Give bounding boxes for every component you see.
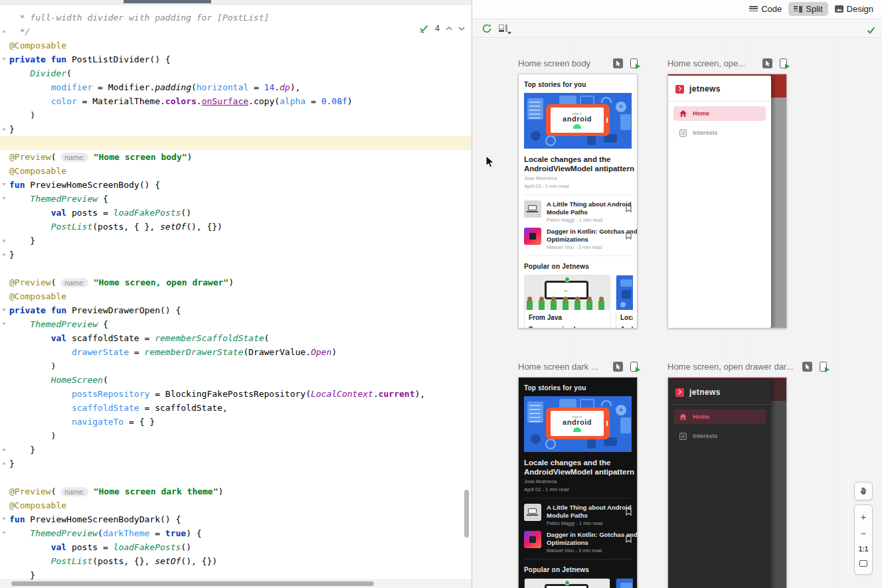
code-line[interactable] bbox=[0, 136, 472, 150]
interactive-preview-icon[interactable] bbox=[802, 362, 812, 372]
code-line[interactable]: @Preview( name: "Home screen dark theme"… bbox=[0, 484, 472, 498]
drawer-item-label: Interests bbox=[693, 129, 718, 136]
zoom-one-to-one-button[interactable]: 1:1 bbox=[859, 546, 868, 553]
interactive-preview-icon[interactable] bbox=[613, 58, 623, 68]
run-preview-on-device-icon[interactable] bbox=[780, 58, 787, 68]
item-title-line2: Module Paths bbox=[547, 208, 620, 216]
fold-marker-icon[interactable] bbox=[2, 462, 6, 465]
code-line[interactable]: } bbox=[0, 457, 472, 471]
fold-marker-icon[interactable] bbox=[2, 127, 6, 130]
interactive-preview-icon[interactable] bbox=[762, 58, 772, 68]
code-line[interactable]: } bbox=[0, 122, 472, 136]
code-line[interactable]: @Composable bbox=[0, 498, 472, 512]
run-preview-on-device-icon[interactable] bbox=[630, 362, 638, 372]
refresh-preview-button[interactable] bbox=[482, 23, 492, 37]
code-line[interactable]: * full-width divider with padding for [P… bbox=[0, 11, 472, 25]
preview-title: Home screen, open drawer dar... bbox=[667, 362, 793, 372]
code-line[interactable]: postsRepository = BlockingFakePostsRepos… bbox=[0, 387, 472, 401]
fold-marker-icon[interactable] bbox=[2, 239, 6, 242]
code-line[interactable]: @Composable bbox=[0, 289, 472, 303]
hero-meta: April 02 - 1 min read bbox=[524, 486, 632, 492]
code-line[interactable]: } bbox=[0, 443, 472, 457]
design-icon bbox=[835, 5, 843, 13]
code-line[interactable]: ) bbox=[0, 108, 472, 122]
code-line[interactable]: @Preview( name: "Home screen, open drawe… bbox=[0, 275, 472, 289]
fold-marker-icon[interactable] bbox=[2, 532, 6, 534]
code-line[interactable]: fun PreviewHomeScreenBodyDark() { bbox=[0, 512, 472, 526]
active-tab-remnant[interactable] bbox=[124, 0, 211, 3]
code-line[interactable]: ThemedPreview { bbox=[0, 192, 472, 206]
code-line[interactable]: drawerState = rememberDrawerState(Drawer… bbox=[0, 345, 472, 359]
code-line[interactable] bbox=[0, 261, 472, 275]
hero-phone-camera bbox=[606, 117, 608, 123]
layout-switcher-button[interactable] bbox=[499, 25, 509, 33]
code-line[interactable]: val posts = loadFakePosts() bbox=[0, 206, 472, 220]
next-highlight-icon[interactable] bbox=[458, 27, 465, 31]
preview-home-screen-open-drawer-dark[interactable]: jetnews Home Interests bbox=[667, 377, 787, 588]
code-line[interactable]: @Composable bbox=[0, 164, 472, 178]
fold-marker-icon[interactable] bbox=[2, 323, 6, 325]
item-title-line2: Optimizations bbox=[547, 236, 620, 244]
code-line[interactable]: } bbox=[0, 248, 472, 261]
code-line[interactable]: fun PreviewHomeScreenBody() { bbox=[0, 178, 472, 192]
view-switcher: Code Split Design bbox=[744, 2, 879, 16]
code-line[interactable]: } bbox=[0, 234, 472, 248]
editor-horizontal-scrollbar[interactable] bbox=[11, 581, 374, 586]
run-preview-on-device-icon[interactable] bbox=[630, 58, 638, 68]
code-line[interactable]: val scaffoldState = rememberScaffoldStat… bbox=[0, 331, 472, 345]
zoom-in-button[interactable]: + bbox=[861, 512, 867, 522]
inspection-widget[interactable]: 4 bbox=[419, 24, 465, 33]
split-icon bbox=[794, 6, 802, 13]
fold-marker-icon[interactable] bbox=[2, 197, 6, 200]
code-line[interactable]: PostList(posts, {}, setOf(), {}) bbox=[0, 554, 472, 568]
view-mode-split[interactable]: Split bbox=[788, 2, 828, 16]
fold-marker-icon[interactable] bbox=[2, 518, 6, 520]
view-mode-design[interactable]: Design bbox=[830, 2, 879, 16]
interactive-preview-icon[interactable] bbox=[613, 362, 623, 372]
preview-canvas[interactable]: Home screen body Top stories for you + n… bbox=[472, 38, 882, 588]
code-line[interactable]: ) bbox=[0, 359, 472, 373]
pan-tool-button[interactable] bbox=[854, 482, 873, 500]
prev-highlight-icon[interactable] bbox=[446, 27, 452, 31]
fold-marker-icon[interactable] bbox=[2, 253, 6, 256]
scrim-column bbox=[770, 76, 786, 328]
preview-home-screen-dark-theme[interactable]: Top stories for you + now in android Loc… bbox=[518, 377, 638, 588]
code-line[interactable]: ThemedPreview(darkTheme = true) { bbox=[0, 526, 472, 540]
code-line[interactable]: } bbox=[0, 568, 472, 579]
run-preview-on-device-icon[interactable] bbox=[820, 362, 827, 372]
popular-card-clipped: Loca Andr Jose Al April 0 bbox=[616, 578, 633, 588]
fold-marker-icon[interactable] bbox=[2, 448, 6, 451]
code-line[interactable]: color = MaterialTheme.colors.onSurface.c… bbox=[0, 94, 472, 108]
navigation-drawer: jetnews Home Interests bbox=[668, 76, 771, 328]
code-line[interactable]: Divider( bbox=[0, 66, 472, 80]
code-line[interactable]: scaffoldState = scaffoldState, bbox=[0, 401, 472, 415]
code-line[interactable]: @Preview( name: "Home screen body") bbox=[0, 150, 472, 164]
code-line[interactable]: ThemedPreview { bbox=[0, 317, 472, 331]
code-line[interactable]: HomeScreen( bbox=[0, 373, 472, 387]
code-line[interactable]: val posts = loadFakePosts() bbox=[0, 540, 472, 554]
fold-marker-icon[interactable] bbox=[2, 183, 6, 186]
code-line[interactable]: */ bbox=[0, 25, 472, 38]
code-line[interactable]: @Composable bbox=[0, 38, 472, 52]
code-line[interactable]: PostList(posts, { }, setOf(), {}) bbox=[0, 220, 472, 234]
zoom-to-fit-button[interactable] bbox=[859, 560, 867, 567]
zoom-out-button[interactable]: − bbox=[861, 529, 867, 538]
code-editor-pane: * full-width divider with padding for [P… bbox=[0, 0, 472, 588]
preview-home-screen-open-drawer[interactable]: jetnews Home Interests bbox=[667, 74, 787, 329]
fold-marker-icon[interactable] bbox=[2, 58, 6, 60]
code-line[interactable]: navigateTo = { } bbox=[0, 415, 472, 429]
fold-marker-icon[interactable] bbox=[2, 309, 6, 311]
code-line[interactable] bbox=[0, 471, 472, 484]
code-line[interactable]: private fun PostListDivider() { bbox=[0, 52, 472, 66]
preview-group: Home screen, open drawer dar... jetnews … bbox=[667, 362, 787, 588]
preview-home-screen-body[interactable]: Top stories for you + now in android Loc… bbox=[518, 74, 638, 329]
code-line[interactable]: private fun PreviewDrawerOpen() { bbox=[0, 303, 472, 317]
popular-card: From Java Programming Langua... Florina … bbox=[524, 275, 610, 329]
code-line[interactable]: ) bbox=[0, 429, 472, 443]
code-editor[interactable]: * full-width divider with padding for [P… bbox=[0, 5, 472, 579]
code-line[interactable]: modifier = Modifier.padding(horizontal =… bbox=[0, 80, 472, 94]
editor-vertical-scrollbar[interactable] bbox=[464, 490, 469, 538]
jetnews-logo-icon bbox=[675, 388, 684, 397]
fold-marker-icon[interactable] bbox=[2, 30, 6, 33]
view-mode-code[interactable]: Code bbox=[744, 2, 787, 16]
